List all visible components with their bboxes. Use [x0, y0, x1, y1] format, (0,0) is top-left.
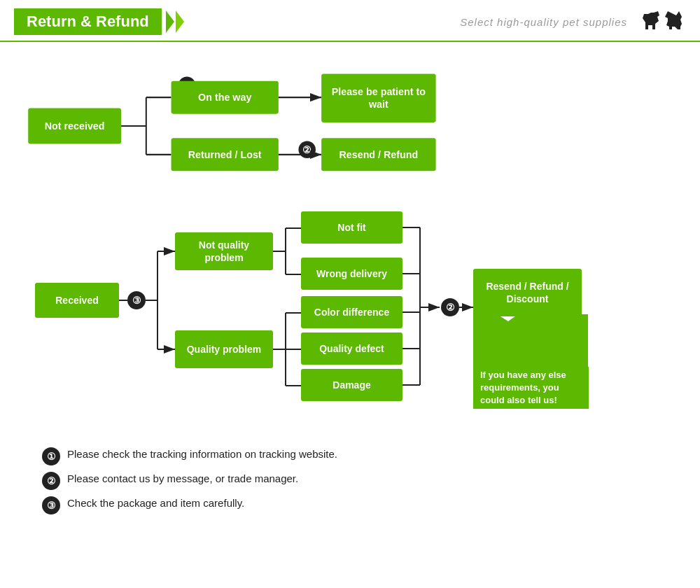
quality-problem-box: Quality problem: [175, 330, 273, 368]
please-wait-box: Please be patient to wait: [321, 74, 435, 122]
main-content: Not received ① On the way Returned / Los…: [0, 42, 700, 426]
chevron-icon: [176, 10, 184, 33]
color-diff-box: Color difference: [301, 296, 402, 328]
note-1-text: Please check the tracking information on…: [67, 447, 337, 461]
cat-icon: [664, 11, 686, 32]
note-2: ② Please contact us by message, or trade…: [42, 471, 700, 490]
title-box: Return & Refund: [14, 8, 162, 35]
returned-lost-box: Returned / Lost: [172, 138, 279, 171]
page-title: Return & Refund: [27, 13, 149, 31]
damage-box: Damage: [301, 369, 402, 401]
resend-refund-discount-box: Resend / Refund / Discount: [473, 269, 582, 316]
page-header: Return & Refund Select high-quality pet …: [0, 0, 700, 42]
not-received-box: Not received: [28, 108, 121, 144]
subtitle-text: Select high-quality pet supplies: [460, 16, 627, 28]
chevron-decoration: [166, 10, 184, 33]
note-2-text: Please contact us by message, or trade m…: [67, 471, 298, 486]
note-3-text: Check the package and item carefully.: [67, 496, 244, 510]
quality-defect-box: Quality defect: [301, 332, 402, 365]
not-fit-box: Not fit: [301, 211, 402, 244]
extra-info-box: If you have any else requirements, you c…: [473, 367, 589, 409]
not-quality-box: Not quality problem: [175, 232, 273, 270]
header-subtitle-area: Select high-quality pet supplies: [460, 11, 686, 32]
svg-text:②: ②: [302, 144, 312, 155]
wrong-delivery-box: Wrong delivery: [301, 258, 402, 290]
footer-notes: ① Please check the tracking information …: [0, 447, 700, 514]
note-1-badge: ①: [42, 447, 60, 465]
chevron-icon: [166, 10, 174, 33]
pet-icons-area: [633, 11, 686, 32]
svg-text:②: ②: [446, 302, 455, 313]
note-1: ① Please check the tracking information …: [42, 447, 700, 465]
on-the-way-box: On the way: [172, 81, 279, 114]
dog-icon: [633, 11, 661, 32]
resend-refund-top-box: Resend / Refund: [321, 138, 435, 171]
svg-text:③: ③: [132, 295, 141, 306]
note-2-badge: ②: [42, 472, 60, 490]
received-box: Received: [35, 283, 119, 318]
svg-marker-38: [473, 314, 588, 367]
note-3: ③ Check the package and item carefully.: [42, 496, 700, 514]
note-3-badge: ③: [42, 496, 60, 514]
bottom-flow-diagram: Received ③ Not quality problem Quality p…: [21, 199, 679, 416]
top-flow-diagram: Not received ① On the way Returned / Los…: [21, 56, 679, 196]
